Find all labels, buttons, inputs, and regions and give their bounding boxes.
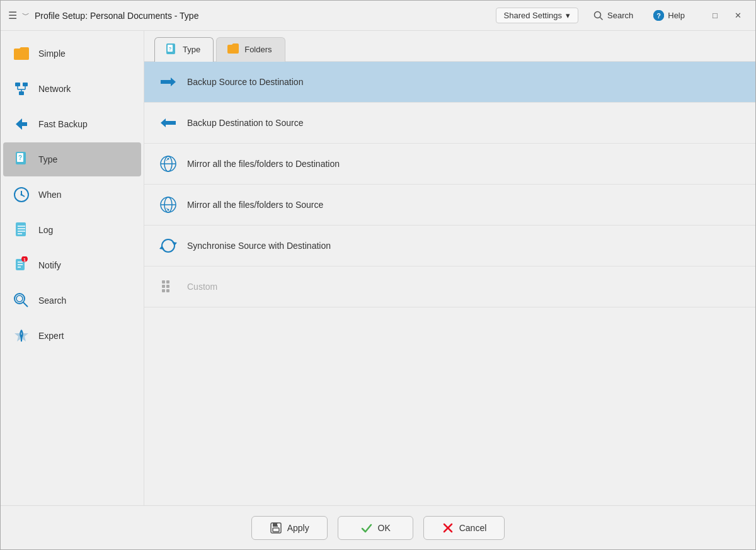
maximize-button[interactable]: □ [705,7,725,25]
notify-icon: 1 [13,257,30,273]
tab-type[interactable]: ? Type [154,37,214,62]
sidebar-item-simple[interactable]: Simple [3,37,141,71]
tab-type-icon: ? [165,43,178,55]
svg-point-32 [16,295,23,302]
arrow-left-icon [159,114,177,132]
sidebar-item-notify[interactable]: 1 Notify [3,248,141,282]
hamburger-icon[interactable]: ☰ [8,9,17,21]
option-mirror-to-dst-label: Mirror all the files/folders to Destinat… [187,159,340,169]
expert-icon [13,328,30,344]
svg-point-34 [20,335,23,337]
sidebar-label-notify: Notify [38,260,61,270]
shared-settings-label: Shared Settings [504,11,563,20]
search-sidebar-icon [13,292,30,309]
svg-rect-52 [162,280,165,284]
svg-rect-59 [273,523,278,527]
svg-rect-5 [23,83,28,86]
sidebar-label-fast-backup: Fast Backup [38,119,88,129]
sync-icon [159,237,177,255]
help-button[interactable]: ? Help [648,8,690,23]
help-icon: ? [653,10,664,21]
sidebar-item-network[interactable]: Network [3,72,141,106]
option-backup-src-to-dst-label: Backup Source to Destination [187,77,303,87]
sidebar: Simple Network [1,31,144,505]
svg-rect-60 [273,528,279,532]
sidebar-item-type[interactable]: ? Type [3,142,141,176]
option-custom: Custom [144,266,755,307]
svg-rect-4 [15,83,20,86]
svg-marker-51 [159,246,164,249]
sidebar-label-network: Network [38,84,71,94]
titlebar: ☰ ﹀ Profile Setup: Personal Documents - … [1,1,755,31]
tab-type-label: Type [183,45,200,54]
option-backup-dst-to-src-label: Backup Destination to Source [187,118,303,128]
svg-marker-50 [172,242,177,246]
sidebar-item-when[interactable]: When [3,178,141,212]
titlebar-right: Search ? Help □ ✕ [588,7,748,25]
simple-icon [13,45,30,62]
search-label: Search [607,11,633,20]
svg-rect-57 [166,289,169,292]
sidebar-label-search: Search [38,295,66,306]
mirror-src-icon [159,196,177,214]
tab-bar: ? Type Folders [144,31,755,62]
apply-button[interactable]: Apply [251,516,328,540]
svg-rect-54 [162,285,165,288]
svg-rect-6 [19,91,24,95]
sidebar-label-log: Log [38,225,53,235]
titlebar-left: ☰ ﹀ Profile Setup: Personal Documents - … [8,9,496,21]
option-backup-dst-to-src[interactable]: Backup Destination to Source [144,103,755,144]
svg-line-44 [166,159,168,161]
when-icon [13,186,30,203]
sidebar-item-search[interactable]: Search [3,284,141,318]
ok-button[interactable]: OK [338,516,413,540]
sidebar-label-type: Type [38,154,57,164]
sidebar-item-log[interactable]: Log [3,213,141,247]
sidebar-item-expert[interactable]: Expert [3,319,141,353]
option-synchronise[interactable]: Synchronise Source with Destination [144,226,755,266]
shared-settings-button[interactable]: Shared Settings ▾ [496,8,579,23]
svg-point-19 [21,194,23,196]
svg-marker-12 [16,118,27,130]
log-icon [13,222,30,238]
save-icon [270,522,282,534]
svg-marker-38 [161,77,176,86]
collapse-icon[interactable]: ﹀ [22,10,30,21]
arrow-right-icon [159,73,177,91]
option-mirror-to-src-label: Mirror all the files/folders to Source [187,200,323,210]
ok-label: OK [378,523,391,533]
sidebar-item-fast-backup[interactable]: Fast Backup [3,107,141,141]
window-title: Profile Setup: Personal Documents - Type [35,11,198,21]
footer: Apply OK Cancel [1,505,755,549]
type-icon: ? [13,151,30,168]
network-icon [13,81,30,97]
sidebar-label-simple: Simple [38,49,66,59]
search-icon [593,11,604,21]
option-mirror-to-dst[interactable]: Mirror all the files/folders to Destinat… [144,144,755,185]
window-controls: □ ✕ [705,7,748,25]
help-label: Help [668,11,685,20]
svg-line-49 [166,208,168,210]
svg-marker-39 [161,118,176,127]
main-panel: ? Type Folders [144,31,755,505]
tab-folders-icon [227,43,239,55]
svg-text:1: 1 [23,258,26,262]
svg-rect-61 [277,524,278,525]
option-synchronise-label: Synchronise Source with Destination [187,241,331,251]
close-button[interactable]: ✕ [728,7,748,25]
option-custom-label: Custom [187,282,217,292]
cancel-button[interactable]: Cancel [423,516,505,540]
tab-folders[interactable]: Folders [216,37,285,62]
cancel-label: Cancel [459,523,487,533]
svg-point-0 [595,11,601,18]
option-backup-src-to-dst[interactable]: Backup Source to Destination [144,62,755,103]
svg-text:?: ? [169,46,172,52]
content-area: Simple Network [1,31,755,505]
main-window: ☰ ﹀ Profile Setup: Personal Documents - … [0,0,756,550]
svg-line-1 [600,17,603,20]
option-mirror-to-src[interactable]: Mirror all the files/folders to Source [144,185,755,226]
options-list: Backup Source to Destination Backup Dest… [144,62,755,505]
header-search-button[interactable]: Search [588,8,638,23]
svg-line-33 [23,302,28,307]
tab-folders-label: Folders [244,45,272,54]
